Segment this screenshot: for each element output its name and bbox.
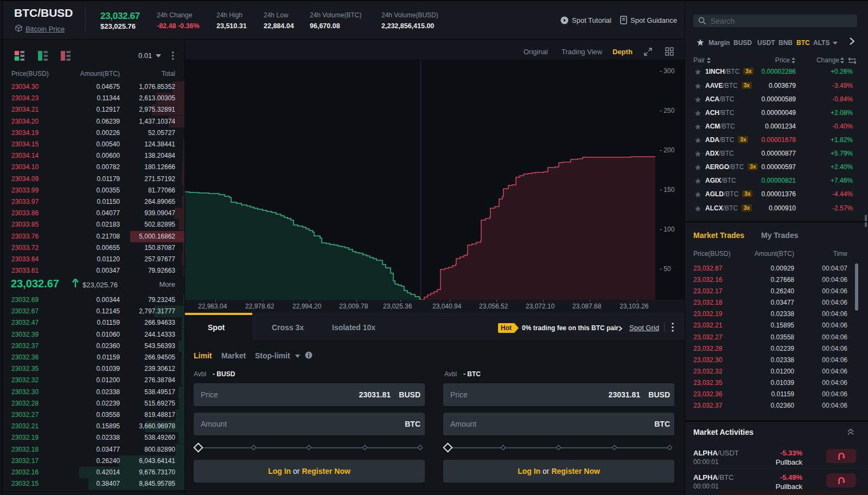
svg-text:Hot: Hot [501,324,512,332]
